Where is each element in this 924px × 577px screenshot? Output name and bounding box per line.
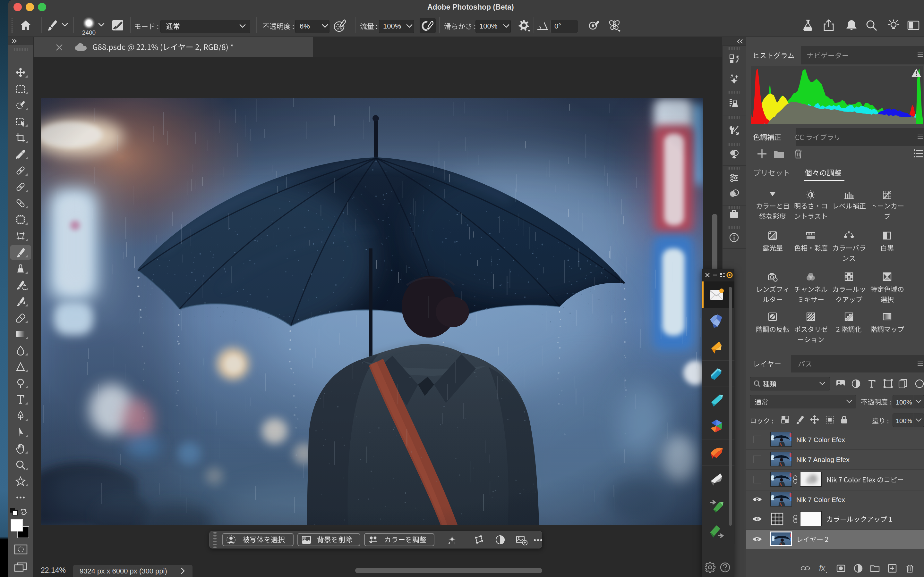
svg-text:fx: fx [819,564,825,572]
